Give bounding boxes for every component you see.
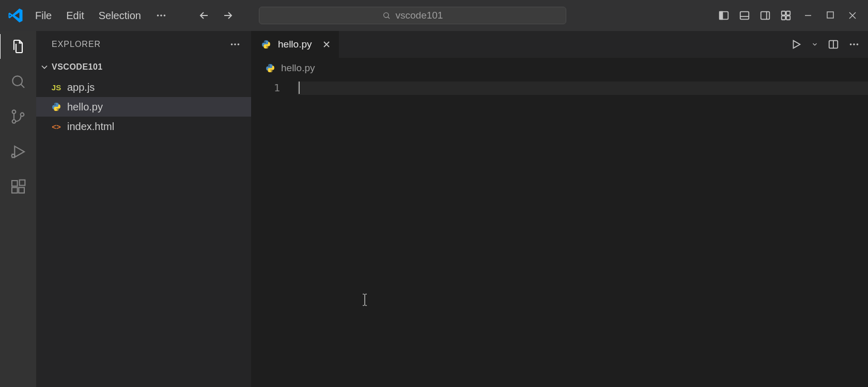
nav-forward-icon[interactable] — [222, 9, 234, 22]
file-tree-item[interactable]: JS app.js — [36, 77, 251, 97]
svg-point-28 — [857, 43, 859, 45]
layout-controls — [718, 10, 792, 21]
svg-point-2 — [164, 14, 166, 17]
window-close-icon[interactable] — [848, 11, 857, 20]
menu-selection[interactable]: Selection — [99, 10, 141, 22]
svg-rect-18 — [12, 181, 18, 186]
svg-rect-12 — [827, 12, 833, 18]
activity-search-icon[interactable] — [10, 73, 26, 90]
editor-actions — [791, 31, 868, 58]
menu-overflow-icon[interactable] — [156, 10, 167, 22]
svg-point-14 — [12, 110, 16, 114]
line-number: 1 — [251, 82, 280, 94]
code-area[interactable] — [298, 78, 868, 387]
svg-point-3 — [383, 13, 388, 18]
breadcrumb[interactable]: hello.py — [251, 58, 868, 78]
toggle-secondary-sidebar-icon[interactable] — [760, 10, 771, 21]
vscode-logo-icon — [0, 8, 31, 23]
svg-point-26 — [850, 43, 852, 45]
file-name: app.js — [67, 82, 95, 93]
window-controls — [804, 11, 857, 20]
python-file-icon — [51, 102, 62, 111]
activity-source-control-icon[interactable] — [10, 108, 26, 125]
svg-point-22 — [231, 43, 233, 45]
svg-point-1 — [160, 14, 162, 17]
svg-point-15 — [12, 120, 16, 123]
tab-label: hello.py — [278, 39, 312, 50]
editor-more-icon[interactable] — [848, 39, 860, 50]
nav-controls — [198, 9, 234, 22]
nav-back-icon[interactable] — [198, 9, 210, 22]
text-caret — [299, 82, 300, 94]
svg-rect-19 — [12, 187, 18, 193]
svg-rect-5 — [720, 12, 723, 20]
run-dropdown-icon[interactable] — [811, 41, 818, 48]
activity-extensions-icon[interactable] — [10, 179, 26, 195]
file-tree-item[interactable]: <> index.html — [36, 117, 251, 136]
sidebar-more-icon[interactable] — [229, 39, 241, 50]
svg-rect-10 — [782, 16, 785, 20]
toggle-primary-sidebar-icon[interactable] — [718, 10, 730, 21]
chevron-down-icon — [39, 62, 50, 72]
toggle-panel-icon[interactable] — [739, 10, 750, 21]
svg-rect-6 — [740, 12, 749, 20]
sidebar-header: EXPLORER — [36, 31, 251, 58]
breadcrumb-label: hello.py — [281, 62, 315, 74]
command-center[interactable]: vscode101 — [259, 7, 566, 24]
activity-run-debug-icon[interactable] — [10, 143, 26, 160]
command-center-text: vscode101 — [396, 10, 443, 21]
js-file-icon: JS — [51, 83, 62, 92]
close-tab-icon[interactable] — [322, 40, 331, 49]
search-icon — [382, 11, 391, 20]
python-file-icon — [260, 40, 272, 49]
sidebar: EXPLORER VSCODE101 JS app.js hello.py <> — [36, 31, 251, 387]
svg-rect-21 — [20, 180, 25, 186]
svg-point-16 — [21, 113, 24, 117]
split-editor-icon[interactable] — [828, 39, 839, 50]
html-file-icon: <> — [51, 122, 62, 131]
svg-rect-7 — [761, 12, 770, 20]
window-minimize-icon[interactable] — [804, 11, 812, 20]
file-name: hello.py — [67, 101, 103, 113]
svg-rect-9 — [786, 11, 790, 15]
editor-body[interactable]: 1 — [251, 78, 868, 387]
svg-rect-8 — [782, 11, 785, 15]
titlebar: File Edit Selection vscode101 — [0, 0, 868, 31]
sidebar-title: EXPLORER — [52, 40, 101, 49]
menu-file[interactable]: File — [35, 10, 52, 22]
editor-tab[interactable]: hello.py — [251, 31, 339, 58]
code-line — [298, 82, 868, 95]
tab-bar: hello.py — [251, 31, 868, 58]
activity-bar — [0, 31, 36, 387]
svg-rect-20 — [19, 187, 24, 193]
file-name: index.html — [67, 121, 114, 133]
svg-point-0 — [157, 14, 159, 17]
window-maximize-icon[interactable] — [827, 11, 834, 20]
file-tree: JS app.js hello.py <> index.html — [36, 76, 251, 136]
svg-point-24 — [238, 43, 240, 45]
editor-group: hello.py — [251, 31, 868, 387]
svg-point-27 — [853, 43, 855, 45]
python-file-icon — [265, 63, 276, 73]
workbench: EXPLORER VSCODE101 JS app.js hello.py <> — [0, 31, 868, 387]
file-tree-item[interactable]: hello.py — [36, 97, 251, 117]
folder-name: VSCODE101 — [52, 62, 103, 72]
menu-edit[interactable]: Edit — [66, 10, 84, 22]
svg-point-13 — [12, 76, 22, 86]
text-cursor-icon — [360, 293, 370, 307]
svg-rect-11 — [786, 16, 790, 20]
line-gutter: 1 — [251, 78, 298, 387]
customize-layout-icon[interactable] — [780, 10, 792, 21]
activity-explorer-icon[interactable] — [10, 38, 26, 55]
svg-point-23 — [234, 43, 236, 45]
run-file-icon[interactable] — [791, 39, 802, 50]
menu-bar: File Edit Selection — [31, 10, 167, 22]
folder-header[interactable]: VSCODE101 — [36, 58, 251, 76]
